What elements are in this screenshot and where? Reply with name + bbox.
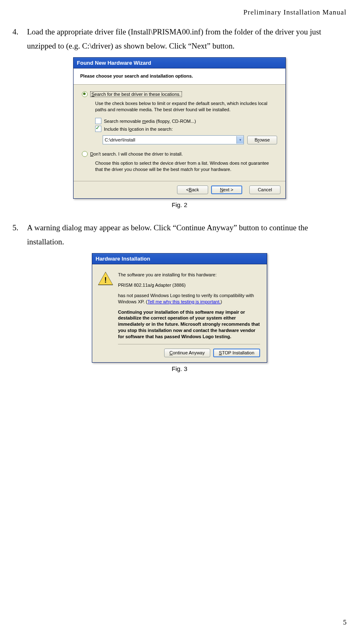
dialog-hardware-installation: Hardware Installation ! The software you… bbox=[92, 253, 267, 363]
checkbox-include-location[interactable]: Include this location in the search: bbox=[95, 125, 277, 133]
checkbox-icon bbox=[95, 118, 101, 124]
step-4-number: 4. bbox=[12, 25, 27, 53]
radio1-subtext: Use the check boxes below to limit or ex… bbox=[95, 100, 277, 113]
continue-anyway-button[interactable]: Continue Anyway bbox=[164, 349, 210, 357]
radio2-subtext: Choose this option to select the device … bbox=[95, 160, 277, 173]
checkbox-icon bbox=[95, 126, 101, 132]
warn-bold: Continuing your installation of this sof… bbox=[118, 309, 260, 340]
location-combobox[interactable]: C:\driver\Install ▾ bbox=[103, 135, 244, 144]
radio-icon bbox=[82, 91, 88, 97]
dialog1-header: Please choose your search and installati… bbox=[74, 68, 285, 85]
step-4-text: Load the appropriate driver file (Instal… bbox=[27, 25, 347, 53]
dialog-hardware-wizard: Found New Hardware Wizard Please choose … bbox=[73, 57, 286, 198]
dialog1-titlebar: Found New Hardware Wizard bbox=[74, 58, 285, 68]
radio-dont-search[interactable]: Don't search. I will choose the driver t… bbox=[82, 150, 277, 158]
dialog2-titlebar: Hardware Installation bbox=[92, 254, 267, 264]
stop-installation-button[interactable]: STOP Installation bbox=[213, 349, 260, 357]
radio-icon bbox=[82, 151, 88, 157]
warn-line1: The software you are installing for this… bbox=[118, 272, 260, 278]
step-5: 5. A warning dialog may appear as below.… bbox=[12, 221, 347, 249]
step-5-text: A warning dialog may appear as below. Cl… bbox=[27, 221, 347, 249]
chevron-down-icon[interactable]: ▾ bbox=[236, 136, 243, 144]
fig2-caption: Fig. 2 bbox=[12, 201, 347, 208]
checkbox-removable-media[interactable]: Search removable media (floppy, CD-ROM..… bbox=[95, 117, 277, 125]
location-path: C:\driver\Install bbox=[103, 137, 236, 142]
fig3-caption: Fig. 3 bbox=[12, 365, 347, 372]
page-number: 5 bbox=[343, 618, 347, 627]
step-5-number: 5. bbox=[12, 221, 27, 249]
header-text: Preliminary Installation Manual bbox=[12, 8, 347, 17]
warn-device: PRISM 802.11a/g Adapter (3886) bbox=[118, 282, 260, 288]
warning-icon: ! bbox=[99, 272, 112, 285]
browse-button[interactable]: Browse bbox=[247, 136, 277, 144]
radio-search-best[interactable]: Search for the best driver in these loca… bbox=[82, 90, 277, 98]
warn-line2: has not passed Windows Logo testing to v… bbox=[118, 293, 260, 305]
radio1-label: earch for the best driver in these locat… bbox=[94, 92, 180, 97]
next-button[interactable]: Next > bbox=[211, 185, 242, 194]
divider bbox=[118, 344, 260, 344]
testing-link[interactable]: Tell me why this testing is important. bbox=[148, 299, 221, 304]
back-button[interactable]: < Back bbox=[177, 185, 208, 194]
step-4: 4. Load the appropriate driver file (Ins… bbox=[12, 25, 347, 53]
cancel-button[interactable]: Cancel bbox=[249, 185, 280, 194]
